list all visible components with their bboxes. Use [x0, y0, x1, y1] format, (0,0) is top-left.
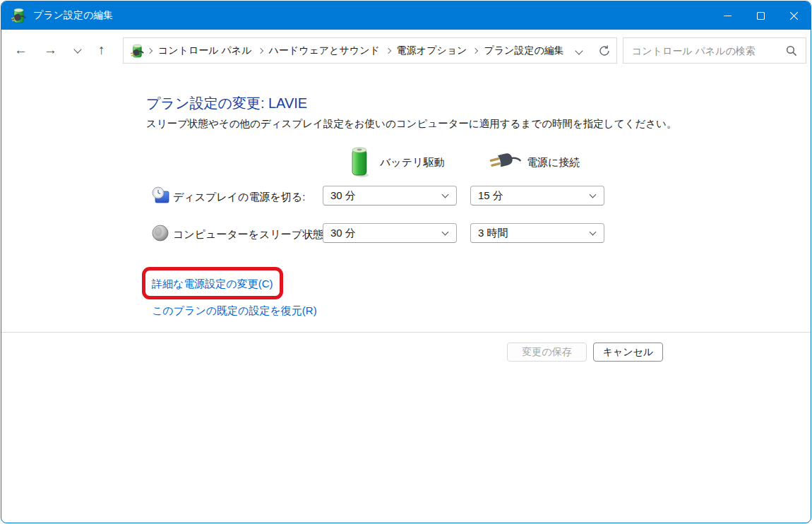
footer-divider: [1, 332, 811, 333]
search-icon[interactable]: [786, 45, 797, 56]
refresh-button[interactable]: [591, 39, 618, 63]
display-clock-icon: [151, 186, 169, 205]
address-dropdown-button[interactable]: [567, 39, 591, 63]
chevron-down-icon: [590, 229, 597, 236]
combo-value: 30 分: [330, 189, 356, 203]
breadcrumb-item-power-options[interactable]: 電源オプション: [394, 44, 470, 57]
plug-icon: [489, 148, 523, 169]
back-button[interactable]: ←: [14, 43, 28, 56]
chevron-down-icon: [442, 229, 449, 236]
row-label-turn-off-display: ディスプレイの電源を切る:: [173, 191, 305, 204]
column-header-on-battery: バッテリ駆動: [380, 156, 444, 169]
combo-value: 3 時間: [478, 227, 508, 240]
advanced-power-settings-link[interactable]: 詳細な電源設定の変更(C): [152, 278, 273, 291]
combo-display-on-battery[interactable]: 30 分: [323, 186, 457, 206]
breadcrumb-item-hardware-and-sound[interactable]: ハードウェアとサウンド: [266, 44, 383, 57]
sleep-moon-icon: [151, 224, 169, 242]
breadcrumb-separator-icon: [472, 47, 478, 53]
page-description: スリープ状態やその他のディスプレイ設定をお使いのコンピューターに適用するまでの時…: [146, 117, 676, 131]
breadcrumb-item-control-panel[interactable]: コントロール パネル: [155, 44, 255, 57]
search-input[interactable]: [623, 38, 786, 63]
save-changes-button[interactable]: 変更の保存: [507, 343, 587, 362]
combo-value: 30 分: [330, 227, 356, 240]
breadcrumb-separator-icon: [257, 47, 263, 53]
edit-plan-settings-window: プラン設定の編集 ← → ↑: [1, 1, 811, 523]
chevron-down-icon: [590, 191, 597, 198]
cancel-button[interactable]: キャンセル: [593, 343, 663, 362]
column-header-plugged-in: 電源に接続: [527, 156, 580, 169]
breadcrumb-separator-icon: [386, 47, 391, 53]
close-icon: [790, 12, 798, 20]
breadcrumb-separator-icon: [147, 47, 153, 53]
combo-display-plugged-in[interactable]: 15 分: [470, 186, 604, 206]
breadcrumb-item-edit-plan-settings[interactable]: プラン設定の編集: [481, 44, 566, 57]
page-title: プラン設定の変更: LAVIE: [146, 94, 307, 113]
up-button[interactable]: ↑: [98, 43, 105, 56]
recent-locations-chevron-icon[interactable]: [73, 45, 81, 53]
address-bar[interactable]: コントロール パネル ハードウェアとサウンド 電源オプション プラン設定の編集: [123, 37, 617, 64]
minimize-button[interactable]: [711, 1, 744, 30]
breadcrumb: コントロール パネル ハードウェアとサウンド 電源オプション プラン設定の編集: [144, 44, 567, 57]
power-plan-icon: [130, 43, 144, 59]
refresh-icon: [598, 44, 611, 57]
restore-defaults-link[interactable]: このプランの既定の設定を復元(R): [152, 304, 317, 318]
maximize-button[interactable]: [744, 1, 777, 30]
combo-sleep-plugged-in[interactable]: 3 時間: [470, 223, 604, 243]
maximize-icon: [757, 12, 765, 20]
close-button[interactable]: [777, 1, 811, 30]
search-box: [623, 37, 806, 64]
power-plan-icon: [11, 7, 26, 24]
window-title: プラン設定の編集: [33, 9, 113, 22]
combo-sleep-on-battery[interactable]: 30 分: [323, 223, 457, 243]
chevron-down-icon: [575, 47, 583, 54]
forward-button[interactable]: →: [44, 43, 57, 56]
chevron-down-icon: [442, 191, 449, 198]
combo-value: 15 分: [478, 189, 503, 203]
battery-icon: [350, 145, 370, 179]
minimize-icon: [724, 12, 732, 20]
titlebar: プラン設定の編集: [1, 1, 811, 30]
